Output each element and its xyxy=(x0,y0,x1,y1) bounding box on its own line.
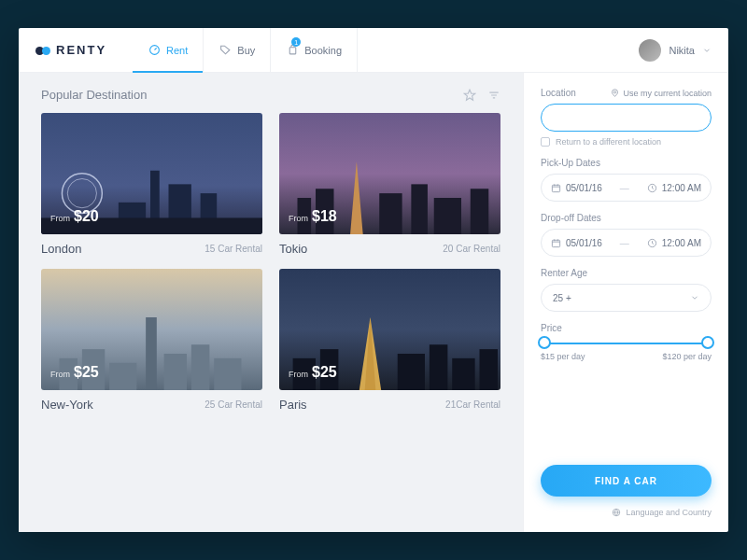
card-image: From$25 xyxy=(279,269,500,390)
user-name: Nikita xyxy=(669,45,695,56)
svg-rect-20 xyxy=(191,344,210,390)
body: Popular Destination xyxy=(19,73,728,532)
tab-buy-label: Buy xyxy=(237,45,255,56)
dropoff-input[interactable]: 05/01/16 — 12:00 AM xyxy=(541,229,712,257)
svg-rect-1 xyxy=(289,48,296,54)
logo-text: RENTY xyxy=(56,43,106,57)
svg-rect-15 xyxy=(146,317,157,390)
user-menu[interactable]: Nikita xyxy=(639,39,712,62)
card-image: From$20 xyxy=(41,113,262,234)
svg-rect-12 xyxy=(411,184,428,234)
dropoff-label: Drop-off Dates xyxy=(541,213,712,223)
app-window: RENTY Rent Buy 1 Booking xyxy=(19,28,728,532)
tab-rent-label: Rent xyxy=(166,45,188,56)
logo[interactable]: RENTY xyxy=(35,43,106,58)
filter-icon[interactable] xyxy=(487,89,500,102)
tab-buy[interactable]: Buy xyxy=(204,28,271,72)
card-tokio[interactable]: From$18 Tokio 20 Car Rental xyxy=(279,113,500,256)
calendar-icon xyxy=(551,183,561,193)
star-icon[interactable] xyxy=(463,89,476,102)
speedometer-icon xyxy=(148,44,161,57)
price-min: $15 per day xyxy=(541,352,585,361)
rental-count: 15 Car Rental xyxy=(204,244,262,254)
rental-count: 20 Car Rental xyxy=(443,244,500,254)
main-panel: Popular Destination xyxy=(19,73,523,532)
city-name: Paris xyxy=(279,398,307,412)
find-car-button[interactable]: FIND A CAR xyxy=(541,465,712,497)
card-image: From$18 xyxy=(279,113,500,234)
nav-tabs: Rent Buy 1 Booking xyxy=(133,28,358,72)
pickup-input[interactable]: 05/01/16 — 12:00 AM xyxy=(541,174,712,202)
svg-rect-14 xyxy=(471,189,489,234)
card-newyork[interactable]: From$25 New-York 25 Car Rental xyxy=(41,269,262,412)
location-icon xyxy=(611,89,619,97)
logo-icon xyxy=(35,43,50,58)
globe-icon xyxy=(612,508,621,517)
slider-handle-min[interactable] xyxy=(538,336,551,349)
clock-icon xyxy=(647,238,657,248)
language-country[interactable]: Language and Country xyxy=(541,508,712,517)
card-london[interactable]: From$20 London 15 Car Rental xyxy=(41,113,262,256)
rental-count: 25 Car Rental xyxy=(204,399,262,410)
location-input[interactable] xyxy=(541,104,712,132)
city-name: London xyxy=(41,242,81,256)
return-different-checkbox[interactable] xyxy=(541,137,550,147)
svg-rect-11 xyxy=(379,193,402,234)
svg-rect-13 xyxy=(434,198,461,234)
section-title: Popular Destination xyxy=(41,88,147,102)
svg-point-3 xyxy=(67,179,96,208)
tab-rent[interactable]: Rent xyxy=(133,28,204,72)
booking-badge: 1 xyxy=(291,37,301,47)
svg-rect-18 xyxy=(109,363,136,390)
svg-rect-26 xyxy=(452,358,474,390)
avatar xyxy=(639,39,661,62)
chevron-down-icon xyxy=(690,293,699,302)
svg-rect-24 xyxy=(398,354,425,390)
tag-icon xyxy=(218,44,232,57)
pickup-label: Pick-Up Dates xyxy=(541,158,712,168)
city-name: Tokio xyxy=(279,242,307,256)
svg-rect-19 xyxy=(164,354,187,390)
svg-rect-29 xyxy=(552,185,559,191)
tab-booking-label: Booking xyxy=(304,45,342,56)
svg-rect-27 xyxy=(480,349,499,390)
svg-rect-25 xyxy=(430,344,448,390)
destination-grid: From$20 London 15 Car Rental xyxy=(41,113,500,412)
clock-icon xyxy=(647,183,657,193)
card-image: From$25 xyxy=(41,269,262,390)
age-label: Renter Age xyxy=(541,268,712,278)
price-label: Price xyxy=(541,323,712,333)
rental-count: 21Car Rental xyxy=(445,399,500,410)
card-paris[interactable]: From$25 Paris 21Car Rental xyxy=(279,269,500,412)
use-current-location[interactable]: Use my current location xyxy=(611,89,712,98)
calendar-icon xyxy=(551,238,561,248)
svg-rect-21 xyxy=(214,358,241,390)
slider-handle-max[interactable] xyxy=(701,336,714,349)
tab-booking[interactable]: 1 Booking xyxy=(271,28,358,72)
price-slider[interactable] xyxy=(541,343,712,344)
chevron-down-icon xyxy=(702,46,712,55)
city-name: New-York xyxy=(41,398,93,412)
header: RENTY Rent Buy 1 Booking xyxy=(19,28,728,73)
filter-panel: Location Use my current location Return … xyxy=(523,73,728,532)
svg-rect-31 xyxy=(552,240,559,246)
price-max: $120 per day xyxy=(662,352,712,361)
svg-point-28 xyxy=(614,91,616,93)
location-label: Location xyxy=(541,88,576,98)
return-different-label: Return to a different location xyxy=(556,137,661,147)
age-select[interactable]: 25 + xyxy=(541,284,712,312)
